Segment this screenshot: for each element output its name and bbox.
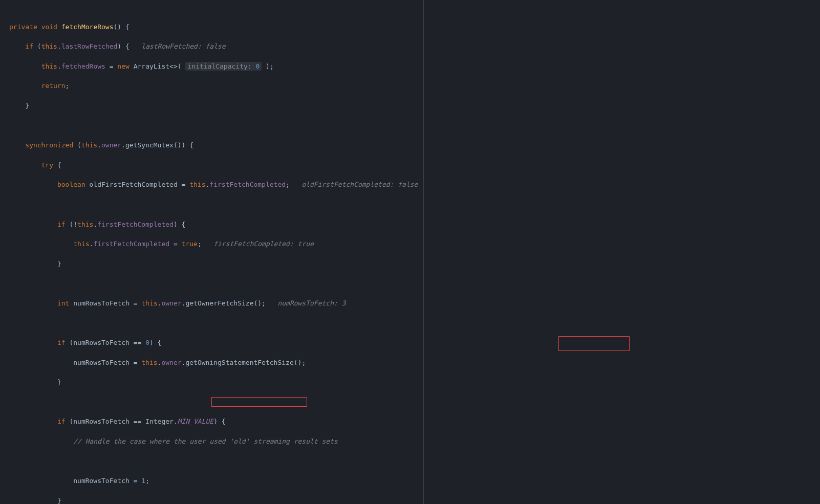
code-line[interactable] [9,121,820,130]
code-text: (numRowsToFetch == Integer. [69,418,177,425]
code-text: () { [114,23,130,31]
method: getOwnerFetchSize [185,299,253,307]
code-line[interactable]: } [9,101,820,111]
code-line[interactable]: if (numRowsToFetch == 0) { [9,338,820,347]
code-line[interactable]: if (!this.firstFetchCompleted) { [9,220,820,229]
field: owner [161,299,181,307]
keyword: private [9,23,37,31]
field: owner [101,141,121,149]
field: lastRowFetched [61,42,118,50]
keyword: void [41,23,57,31]
code-line[interactable]: int numRowsToFetch = this.owner.getOwner… [9,298,820,308]
code-line[interactable]: this.fetchedRows = new ArrayList<>( init… [9,61,820,71]
keyword: this [41,62,57,70]
code-line[interactable]: } [9,496,820,504]
code-line[interactable] [9,456,820,466]
keyword: if [25,42,33,50]
keyword: int [57,299,69,307]
method: getSyncMutex [125,141,174,149]
field: firstFetchCompleted [93,240,169,248]
code-line[interactable]: this.firstFetchCompleted = true; firstFe… [9,239,820,249]
keyword: new [117,62,129,70]
code-line[interactable] [9,200,820,209]
editor-split-divider[interactable] [423,0,424,504]
keyword: boolean [57,181,85,188]
keyword: this [141,299,157,307]
param-hint: initialCapacity: 0 [185,62,262,71]
method: getOwningStatementFetchSize [185,359,293,366]
code-text: (numRowsToFetch == [69,339,145,346]
number: 0 [145,339,149,346]
code-line[interactable]: return; [9,81,820,91]
code-line[interactable]: } [9,259,820,269]
code-line[interactable]: numRowsToFetch = this.owner.getOwningSta… [9,358,820,367]
keyword: this [73,240,89,248]
code-line[interactable]: try { [9,160,820,170]
code-line[interactable] [9,318,820,328]
code-line[interactable]: private void fetchMoreRows() { [9,22,820,32]
keyword: this [189,181,205,188]
inline-hint: numRowsToFetch: 3 [277,299,346,307]
code-line[interactable]: if (numRowsToFetch == Integer.MIN_VALUE)… [9,417,820,426]
code-line[interactable] [9,278,820,288]
keyword: true [182,240,198,248]
keyword: synchronized [25,141,73,149]
keyword: this [77,221,93,228]
inline-hint: lastRowFetched: false [141,42,225,50]
type: ArrayList<>( [134,62,182,70]
code-line[interactable]: boolean oldFirstFetchCompleted = this.fi… [9,180,820,189]
code-line[interactable] [9,397,820,407]
code-line[interactable]: } [9,377,820,387]
keyword: this [41,42,57,50]
field: firstFetchCompleted [209,181,286,188]
keyword: this [81,141,97,149]
keyword: if [57,221,66,228]
inline-hint: firstFetchCompleted: true [213,240,314,248]
code-line[interactable]: synchronized (this.owner.getSyncMutex())… [9,140,820,150]
keyword: if [57,339,66,346]
keyword: return [41,82,66,90]
code-line[interactable]: numRowsToFetch = 1; [9,476,820,486]
method-name: fetchMoreRows [61,23,114,31]
code-line[interactable]: if (this.lastRowFetched) { lastRowFetche… [9,41,820,51]
code-text: numRowsToFetch = [73,359,141,366]
keyword: try [41,161,53,169]
field: firstFetchCompleted [97,221,174,228]
number: 1 [141,477,145,485]
inline-hint: oldFirstFetchCompleted: false [301,181,418,188]
keyword: this [141,359,157,366]
keyword: if [57,418,66,425]
code-line[interactable]: // Handle the case where the user used '… [9,436,820,446]
code-text: numRowsToFetch = [73,477,141,485]
code-editor[interactable]: private void fetchMoreRows() { if (this.… [0,0,820,504]
comment: // Handle the case where the user used '… [73,437,338,445]
field: fetchedRows [61,62,105,70]
code-text: numRowsToFetch = [73,299,141,307]
field: owner [161,359,181,366]
code-text: oldFirstFetchCompleted = [90,181,190,188]
constant: MIN_VALUE [178,418,213,425]
